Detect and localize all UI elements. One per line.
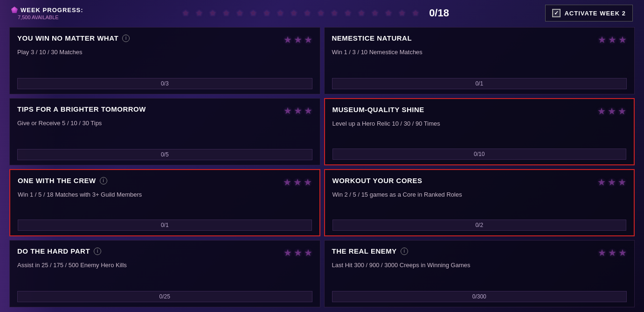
quest-title: MUSEUM-QUALITY SHINE	[332, 106, 424, 113]
quest-description: Play 3 / 10 / 30 Matches	[17, 48, 312, 57]
quest-star-1: ★	[284, 34, 292, 45]
quest-card-museum-quality-shine: MUSEUM-QUALITY SHINE★★★Level up a Hero R…	[324, 98, 635, 165]
quest-star-1: ★	[598, 247, 606, 258]
check-mark: ✓	[554, 10, 559, 16]
quest-description: Assist in 25 / 175 / 500 Enemy Hero Kill…	[17, 261, 312, 269]
star-slot-12: ★	[328, 7, 340, 19]
quest-progress-bar: 0/1	[18, 220, 312, 231]
quest-star-2: ★	[294, 247, 302, 258]
quest-description: Level up a Hero Relic 10 / 30 / 90 Times	[332, 120, 627, 128]
quest-grid: YOU WIN NO MATTER WHATi★★★Play 3 / 10 / …	[9, 27, 635, 307]
quest-star-2: ★	[608, 34, 616, 45]
quest-card-top: YOU WIN NO MATTER WHATi★★★	[17, 34, 312, 45]
quest-card-do-the-hard-part: DO THE HARD PARTi★★★Assist in 25 / 175 /…	[9, 240, 320, 307]
star-slot-4: ★	[220, 7, 232, 19]
week-progress-section: WEEK PROGRESS: 7,500 AVAILABLE	[11, 7, 83, 20]
quest-title: NEMESTICE NATURAL	[332, 34, 412, 42]
week-progress-sub: 7,500 AVAILABLE	[11, 14, 83, 20]
quest-stars: ★★★	[284, 105, 312, 116]
star-slot-15: ★	[369, 7, 381, 19]
quest-progress-text: 0/2	[475, 222, 483, 228]
quest-title-row: NEMESTICE NATURAL	[332, 34, 412, 42]
quest-description: Give or Receive 5 / 10 / 30 Tips	[17, 119, 312, 128]
quest-progress-bar: 0/300	[332, 291, 627, 302]
quest-star-1: ★	[284, 247, 292, 258]
star-slot-17: ★	[396, 7, 408, 19]
star-slot-16: ★	[382, 7, 395, 19]
gem-icon	[11, 7, 18, 13]
quest-star-3: ★	[618, 34, 627, 45]
quest-star-2: ★	[293, 177, 302, 188]
quest-card-one-with-the-crew: ONE WITH THE CREWi★★★Win 1 / 5 / 18 Matc…	[9, 169, 320, 236]
quest-card-workout-your-cores: WORKOUT YOUR CORES★★★Win 2 / 5 / 15 game…	[324, 169, 635, 236]
star-slot-5: ★	[234, 7, 246, 19]
quest-description: Win 1 / 5 / 18 Matches with 3+ Guild Mem…	[18, 191, 312, 199]
progress-stars: ★ ★ ★ ★ ★ ★ ★ ★ ★ ★ ★ ★ ★ ★ ★ ★ ★ ★	[180, 7, 422, 19]
quest-card-top: WORKOUT YOUR CORES★★★	[332, 177, 627, 188]
header: WEEK PROGRESS: 7,500 AVAILABLE ★ ★ ★ ★ ★…	[9, 5, 635, 21]
star-slot-7: ★	[261, 7, 273, 19]
star-slot-3: ★	[207, 7, 219, 19]
activate-section[interactable]: ✓ ACTIVATE WEEK 2	[545, 5, 633, 21]
quest-title-row: DO THE HARD PARTi	[17, 247, 101, 255]
quest-stars: ★★★	[284, 247, 312, 258]
quest-card-the-real-enemy: THE REAL ENEMYi★★★Last Hit 300 / 900 / 3…	[324, 240, 635, 307]
star-slot-6: ★	[247, 7, 259, 19]
quest-progress-text: 0/300	[472, 293, 486, 300]
quest-star-1: ★	[597, 177, 606, 188]
quest-star-2: ★	[294, 34, 302, 45]
quest-stars: ★★★	[597, 106, 626, 117]
week-progress-label: WEEK PROGRESS:	[21, 7, 83, 14]
quest-progress-text: 0/10	[474, 151, 485, 157]
quest-card-you-win-no-matter-what: YOU WIN NO MATTER WHATi★★★Play 3 / 10 / …	[9, 27, 320, 94]
activate-checkbox[interactable]: ✓	[552, 9, 561, 17]
quest-card-top: DO THE HARD PARTi★★★	[17, 247, 312, 258]
quest-title-row: YOU WIN NO MATTER WHATi	[17, 34, 130, 42]
quest-description: Win 1 / 3 / 10 Nemestice Matches	[332, 48, 627, 57]
quest-title: DO THE HARD PART	[17, 247, 90, 255]
quest-description: Win 2 / 5 / 15 games as a Core in Ranked…	[332, 191, 627, 199]
quest-progress-bar: 0/2	[332, 220, 627, 231]
quest-progress-bar: 0/5	[17, 149, 312, 160]
quest-title-row: ONE WITH THE CREWi	[18, 177, 107, 184]
quest-stars: ★★★	[598, 247, 627, 258]
quest-card-top: THE REAL ENEMYi★★★	[332, 247, 627, 258]
star-slot-18: ★	[409, 7, 422, 19]
gem-icon-small	[11, 15, 16, 20]
quest-title: ONE WITH THE CREW	[18, 177, 96, 184]
quest-card-tips-for-a-brighter-tomorrow: TIPS FOR A BRIGHTER TOMORROW★★★Give or R…	[9, 98, 320, 165]
progress-count: 0/18	[429, 7, 449, 19]
info-icon[interactable]: i	[401, 248, 408, 255]
quest-star-3: ★	[304, 105, 312, 116]
quest-progress-bar: 0/25	[17, 291, 312, 302]
info-icon[interactable]: i	[100, 177, 107, 184]
quest-stars: ★★★	[597, 177, 626, 188]
star-slot-10: ★	[301, 7, 313, 19]
quest-title: WORKOUT YOUR CORES	[332, 177, 422, 184]
quest-star-2: ★	[608, 247, 616, 258]
quest-card-top: NEMESTICE NATURAL★★★	[332, 34, 627, 45]
quest-star-3: ★	[304, 247, 312, 258]
quest-star-3: ★	[618, 106, 626, 117]
quest-card-top: ONE WITH THE CREWi★★★	[18, 177, 312, 188]
week-progress-title: WEEK PROGRESS:	[11, 7, 83, 14]
quest-star-1: ★	[597, 106, 606, 117]
quest-stars: ★★★	[284, 34, 312, 45]
available-label: 7,500 AVAILABLE	[18, 14, 59, 20]
quest-star-3: ★	[304, 34, 312, 45]
quest-star-2: ★	[608, 106, 616, 117]
quest-star-2: ★	[294, 105, 302, 116]
quest-progress-text: 0/25	[159, 293, 170, 300]
quest-title: THE REAL ENEMY	[332, 247, 397, 255]
quest-title: YOU WIN NO MATTER WHAT	[17, 34, 118, 42]
info-icon[interactable]: i	[94, 248, 101, 255]
star-slot-8: ★	[274, 7, 286, 19]
activate-label: ACTIVATE WEEK 2	[564, 10, 626, 17]
quest-title-row: MUSEUM-QUALITY SHINE	[332, 106, 424, 113]
info-icon[interactable]: i	[122, 35, 130, 42]
star-slot-11: ★	[315, 7, 327, 19]
star-slot-9: ★	[288, 7, 300, 19]
quest-title-row: WORKOUT YOUR CORES	[332, 177, 422, 184]
quest-title: TIPS FOR A BRIGHTER TOMORROW	[17, 105, 146, 113]
header-center: ★ ★ ★ ★ ★ ★ ★ ★ ★ ★ ★ ★ ★ ★ ★ ★ ★ ★ 0/18	[93, 7, 536, 19]
